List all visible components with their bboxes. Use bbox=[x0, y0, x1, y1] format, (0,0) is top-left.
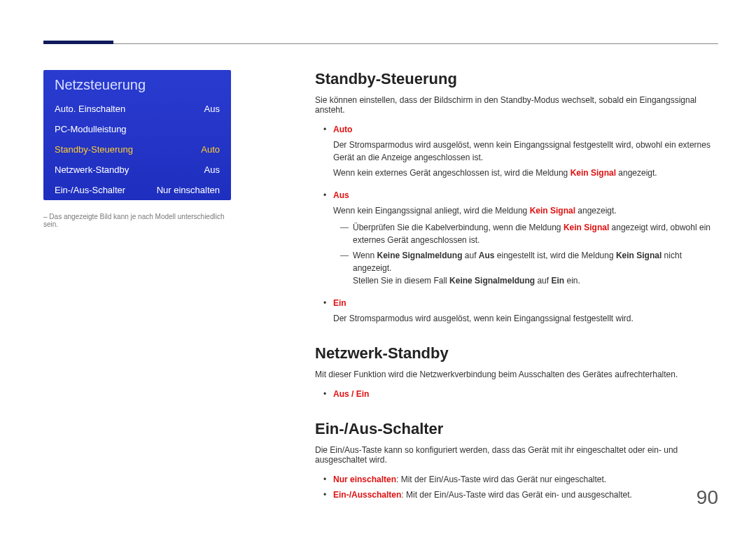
heading-standby: Standby-Steuerung bbox=[315, 70, 721, 88]
text-ein: Ein bbox=[551, 276, 564, 286]
menu-item-netzwerk-standby[interactable]: Netzwerk-Standby Aus bbox=[43, 160, 231, 180]
right-column: Standby-Steuerung Sie können einstellen,… bbox=[315, 70, 721, 521]
text: Wenn kein Eingangssignal anliegt, wird d… bbox=[333, 206, 530, 216]
menu-item-label: Standby-Steuerung bbox=[55, 144, 133, 155]
menu-box: Netzsteuerung Auto. Einschalten Aus PC-M… bbox=[43, 70, 231, 200]
label-auto: Auto bbox=[333, 125, 352, 134]
label-nur-einschalten: Nur einschalten bbox=[333, 475, 396, 484]
menu-item-standby-steuerung[interactable]: Standby-Steuerung Auto bbox=[43, 139, 231, 160]
bullet-nur-einschalten: Nur einschalten: Mit der Ein/Aus-Taste w… bbox=[318, 473, 721, 486]
text: Stellen Sie in diesem Fall bbox=[353, 276, 449, 286]
text-keine-signalmeldung: Keine Signalmeldung bbox=[449, 276, 535, 286]
text: ein. bbox=[564, 276, 580, 286]
page-number: 90 bbox=[696, 486, 718, 509]
menu-note: Das angezeigte Bild kann je nach Modell … bbox=[43, 213, 231, 228]
text-kein-signal: Kein Signal bbox=[570, 168, 616, 178]
menu-item-value: Aus bbox=[204, 164, 220, 175]
text: Wenn bbox=[353, 251, 377, 260]
label-ein-ausschalten: Ein-/Ausschalten bbox=[333, 490, 401, 500]
menu-item-value: Aus bbox=[204, 104, 220, 114]
menu-item-value: Auto bbox=[201, 144, 220, 155]
text: angezeigt. bbox=[575, 206, 617, 216]
label-aus: Aus bbox=[333, 190, 349, 200]
menu-item-label: Netzwerk-Standby bbox=[55, 164, 129, 175]
ein-p1: Der Stromsparmodus wird ausgelöst, wenn … bbox=[333, 312, 721, 325]
label-ein: Ein bbox=[333, 298, 346, 308]
bullet-ein: Ein Der Stromsparmodus wird ausgelöst, w… bbox=[318, 297, 721, 325]
text-keine-signalmeldung: Keine Signalmeldung bbox=[377, 251, 462, 260]
standby-bullets: Auto Der Stromsparmodus wird ausgelöst, … bbox=[315, 123, 721, 325]
bullet-ein-ausschalten: Ein-/Ausschalten: Mit der Ein/Aus-Taste … bbox=[318, 489, 721, 501]
aus-p1: Wenn kein Eingangssignal anliegt, wird d… bbox=[333, 204, 721, 217]
aus-sub2: Wenn Keine Signalmeldung auf Aus eingest… bbox=[336, 249, 721, 287]
text: : Mit der Ein/Aus-Taste wird das Gerät e… bbox=[401, 490, 632, 500]
section-standby: Standby-Steuerung Sie können einstellen,… bbox=[315, 70, 721, 325]
text: auf bbox=[462, 251, 478, 260]
menu-item-ein-aus-schalter[interactable]: Ein-/Aus-Schalter Nur einschalten bbox=[43, 180, 231, 200]
standby-lead: Sie können einstellen, dass der Bildschi… bbox=[315, 95, 721, 115]
page: Netzsteuerung Auto. Einschalten Aus PC-M… bbox=[0, 0, 756, 534]
menu-item-label: Ein-/Aus-Schalter bbox=[55, 185, 125, 195]
menu-item-label: Auto. Einschalten bbox=[55, 104, 125, 114]
label-aus-ein: Aus / Ein bbox=[333, 389, 369, 399]
menu-item-value: Nur einschalten bbox=[157, 185, 220, 195]
text: eingestellt ist, wird die Meldung bbox=[495, 251, 616, 260]
netzwerk-lead: Mit dieser Funktion wird die Netzwerkver… bbox=[315, 370, 721, 379]
section-schalter: Ein-/Aus-Schalter Die Ein/Aus-Taste kann… bbox=[315, 420, 721, 501]
aus-sublist: Überprüfen Sie die Kabelverbindung, wenn… bbox=[333, 221, 721, 287]
bullet-auto: Auto Der Stromsparmodus wird ausgelöst, … bbox=[318, 123, 721, 179]
text: Überprüfen Sie die Kabelverbindung, wenn… bbox=[353, 223, 564, 232]
text: Wenn kein externes Gerät angeschlossen i… bbox=[333, 168, 570, 178]
left-column: Netzsteuerung Auto. Einschalten Aus PC-M… bbox=[43, 70, 231, 228]
auto-p2: Wenn kein externes Gerät angeschlossen i… bbox=[333, 167, 721, 179]
topbar-tab bbox=[43, 41, 113, 44]
text-kein-signal: Kein Signal bbox=[530, 206, 575, 216]
heading-schalter: Ein-/Aus-Schalter bbox=[315, 420, 721, 438]
topbar-rule bbox=[43, 43, 718, 44]
menu-title: Netzsteuerung bbox=[43, 70, 231, 99]
bullet-aus: Aus Wenn kein Eingangssignal anliegt, wi… bbox=[318, 189, 721, 287]
text-kein-signal: Kein Signal bbox=[616, 251, 662, 260]
text: angezeigt. bbox=[616, 168, 657, 178]
section-netzwerk: Netzwerk-Standby Mit dieser Funktion wir… bbox=[315, 344, 721, 400]
auto-p1: Der Stromsparmodus wird ausgelöst, wenn … bbox=[333, 139, 721, 164]
text-kein-signal: Kein Signal bbox=[564, 223, 609, 232]
topbar bbox=[0, 22, 756, 45]
menu-item-auto-einschalten[interactable]: Auto. Einschalten Aus bbox=[43, 99, 231, 119]
heading-netzwerk: Netzwerk-Standby bbox=[315, 344, 721, 363]
text: auf bbox=[535, 276, 551, 286]
schalter-bullets: Nur einschalten: Mit der Ein/Aus-Taste w… bbox=[315, 473, 721, 501]
schalter-lead: Die Ein/Aus-Taste kann so konfiguriert w… bbox=[315, 445, 721, 465]
menu-item-pc-modulleistung[interactable]: PC-Modulleistung bbox=[43, 119, 231, 139]
text: : Mit der Ein/Aus-Taste wird das Gerät n… bbox=[396, 475, 606, 484]
aus-sub1: Überprüfen Sie die Kabelverbindung, wenn… bbox=[336, 221, 721, 246]
menu-item-label: PC-Modulleistung bbox=[55, 124, 127, 134]
netzwerk-bullets: Aus / Ein bbox=[315, 388, 721, 400]
menu-items: Auto. Einschalten Aus PC-Modulleistung S… bbox=[43, 99, 231, 200]
text-aus: Aus bbox=[479, 251, 495, 260]
bullet-aus-ein: Aus / Ein bbox=[318, 388, 721, 400]
